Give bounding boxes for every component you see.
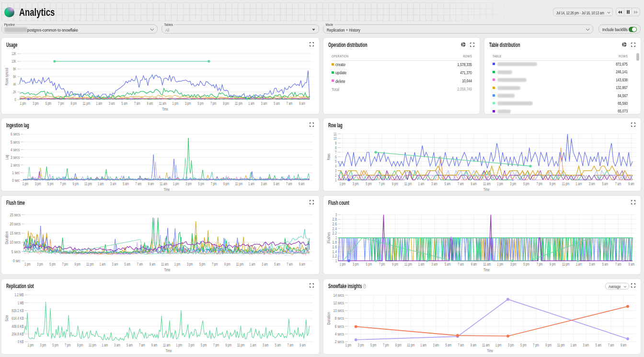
svg-text:0: 0 [15,97,16,102]
svg-text:1 pm: 1 pm [24,262,31,267]
svg-text:9 am: 9 am [621,343,627,347]
svg-text:5 am: 5 am [446,343,452,347]
svg-text:11 pm: 11 pm [562,181,570,186]
svg-text:2: 2 [335,173,336,178]
svg-text:1 pm: 1 pm [28,343,34,347]
svg-text:7 am: 7 am [458,343,464,347]
svg-text:11 am: 11 am [160,181,167,186]
svg-text:5 am: 5 am [596,343,602,347]
svg-text:3 secs: 3 secs [11,155,20,160]
svg-text:11 pm: 11 pm [89,343,96,347]
svg-text:7 am: 7 am [139,343,145,347]
svg-text:11 pm: 11 pm [84,181,92,186]
svg-text:1.8: 1.8 [333,240,337,245]
svg-text:2.4: 2.4 [333,226,337,231]
svg-text:4 secs: 4 secs [11,147,20,152]
svg-text:9 pm: 9 pm [223,101,229,106]
svg-text:5 am: 5 am [445,181,451,186]
svg-text:8: 8 [335,145,336,150]
svg-text:1 am: 1 am [249,262,255,267]
svg-text:9 pm: 9 pm [392,262,398,267]
svg-text:5 am: 5 am [275,343,281,347]
svg-text:3 pm: 3 pm [37,262,43,267]
svg-text:7 pm: 7 pm [379,181,385,186]
svg-text:4 secs: 4 secs [335,332,344,336]
svg-text:2 secs: 2 secs [11,163,20,167]
svg-text:819.2 KB: 819.2 KB [12,308,23,313]
svg-text:1 pm: 1 pm [172,101,179,106]
svg-text:9 pm: 9 pm [224,262,230,267]
svg-text:3 am: 3 am [433,343,439,347]
svg-text:1 pm: 1 pm [495,343,502,347]
svg-text:3 pm: 3 pm [187,262,193,267]
svg-text:6 secs: 6 secs [11,132,20,137]
svg-text:3: 3 [335,168,336,173]
svg-text:9 am: 9 am [629,262,635,267]
svg-text:5 pm: 5 pm [201,343,207,347]
svg-text:5 pm: 5 pm [198,181,205,186]
svg-text:9 pm: 9 pm [77,343,83,347]
svg-text:2.6: 2.6 [333,222,337,226]
svg-text:3 am: 3 am [261,181,267,186]
svg-text:4K: 4K [13,82,16,87]
svg-text:1 pm: 1 pm [20,101,26,106]
svg-text:3 am: 3 am [432,262,438,267]
svg-text:3 am: 3 am [589,181,595,186]
svg-text:5 am: 5 am [126,343,133,347]
svg-text:1 am: 1 am [248,181,254,186]
svg-text:11 pm: 11 pm [404,262,412,267]
svg-text:9 am: 9 am [299,262,305,267]
svg-text:5 pm: 5 pm [52,343,58,347]
svg-text:Duration: Duration [326,312,331,325]
svg-text:11 am: 11 am [159,101,166,106]
svg-text:3 am: 3 am [583,343,589,347]
svg-text:3 pm: 3 pm [353,181,359,186]
svg-text:5 am: 5 am [602,262,609,267]
svg-text:6: 6 [335,155,336,159]
svg-text:5 am: 5 am [274,262,280,267]
svg-text:Time: Time [164,187,170,191]
svg-text:10K: 10K [12,59,16,64]
svg-text:9 am: 9 am [151,343,158,347]
svg-text:1 am: 1 am [102,343,108,347]
svg-text:7 pm: 7 pm [62,262,68,267]
svg-text:1 MB: 1 MB [18,300,24,305]
svg-text:11 am: 11 am [482,343,490,347]
svg-text:5 pm: 5 pm [197,101,204,106]
svg-text:3 pm: 3 pm [185,181,192,186]
svg-text:8K: 8K [13,67,16,71]
svg-text:3 am: 3 am [262,262,268,267]
svg-text:14 secs: 14 secs [334,292,344,297]
svg-text:2 secs: 2 secs [335,339,344,344]
svg-text:12K: 12K [12,51,16,56]
svg-text:7 pm: 7 pm [537,262,543,267]
svg-text:11: 11 [334,132,336,136]
svg-text:5 am: 5 am [122,101,128,106]
svg-text:25 secs: 25 secs [10,212,21,217]
svg-text:3 am: 3 am [109,101,115,106]
svg-text:3 pm: 3 pm [508,343,514,347]
svg-text:5 am: 5 am [274,181,280,186]
svg-text:3: 3 [335,212,337,217]
svg-text:3 am: 3 am [431,181,437,186]
svg-text:9: 9 [335,141,336,145]
svg-text:Time: Time [162,107,168,112]
svg-text:Time: Time [487,348,493,353]
svg-text:1 pm: 1 pm [339,181,345,186]
svg-text:5 am: 5 am [602,181,608,186]
svg-text:11 pm: 11 pm [83,101,91,106]
svg-text:1.2: 1.2 [333,254,337,258]
svg-text:9 am: 9 am [299,181,305,186]
svg-text:5 pm: 5 pm [370,343,377,347]
svg-text:9 am: 9 am [147,101,153,106]
svg-text:7 am: 7 am [615,181,621,186]
svg-text:10 secs: 10 secs [10,240,21,245]
svg-text:11 am: 11 am [163,343,171,347]
svg-text:7 am: 7 am [286,181,292,186]
svg-text:3 pm: 3 pm [33,101,39,106]
svg-text:11 pm: 11 pm [235,181,243,186]
svg-text:3 am: 3 am [112,262,118,267]
svg-text:1 am: 1 am [418,262,425,267]
svg-text:15 secs: 15 secs [10,231,21,235]
svg-text:9 pm: 9 pm [550,181,556,186]
